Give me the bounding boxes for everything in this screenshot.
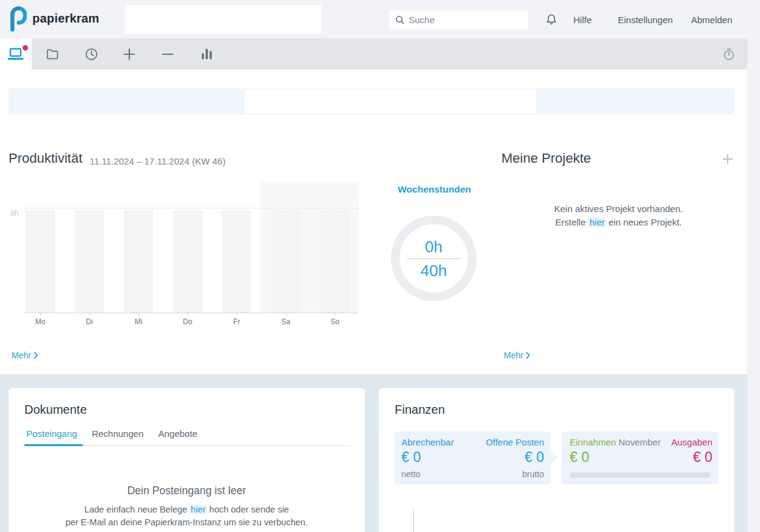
open-items-value: € 0 bbox=[525, 449, 544, 466]
chart-bar bbox=[124, 210, 153, 313]
nav-einstellungen[interactable]: Einstellungen bbox=[618, 15, 673, 25]
clock-icon[interactable] bbox=[85, 48, 98, 61]
productivity-bar-chart: 8h MoDiMiDoFrSaSo bbox=[24, 182, 359, 323]
expenses-value: € 0 bbox=[693, 449, 712, 466]
week-hours-values: 0h 40h bbox=[391, 216, 476, 301]
inbox-empty-line1-pre: Lade einfach neue Belege bbox=[84, 505, 187, 514]
chart-tick bbox=[40, 313, 41, 316]
projects-more-link[interactable]: Mehr bbox=[504, 350, 531, 360]
projects-empty-line1: Kein aktives Projekt vorhanden. bbox=[554, 204, 683, 214]
chart-tick bbox=[237, 313, 237, 316]
inbox-empty-line2: per E-Mail an deine Papierkram-Instanz u… bbox=[9, 517, 365, 527]
papierkram-logo-icon[interactable] bbox=[6, 5, 29, 33]
productivity-more-link[interactable]: Mehr bbox=[12, 350, 38, 360]
expenses-label: Ausgaben bbox=[671, 437, 712, 447]
income-expense-progress-bar bbox=[570, 472, 711, 478]
laptop-icon bbox=[7, 47, 24, 62]
income-expenses-panel: Einnahmen November Ausgaben € 0 € 0 bbox=[562, 431, 718, 484]
tab-rechnungen[interactable]: Rechnungen bbox=[90, 428, 145, 439]
folder-icon[interactable] bbox=[46, 48, 59, 61]
nav-abmelden[interactable]: Abmelden bbox=[691, 15, 733, 25]
notification-dot bbox=[23, 45, 28, 51]
chart-tick bbox=[286, 313, 287, 316]
income-label: Einnahmen bbox=[570, 437, 616, 447]
main-content: Produktivität 11.11.2024 – 17.11.2024 (K… bbox=[0, 69, 747, 374]
chart-axis-label: Do bbox=[176, 317, 200, 326]
inbox-empty-line1-post: hoch oder sende sie bbox=[209, 505, 289, 514]
chart-axis-label: Fr bbox=[224, 317, 249, 326]
create-project-link[interactable]: hier bbox=[588, 217, 606, 227]
bar-chart-icon[interactable] bbox=[200, 48, 213, 61]
chart-tick bbox=[335, 313, 335, 316]
search-box bbox=[389, 10, 528, 29]
tab-posteingang[interactable]: Posteingang bbox=[24, 428, 79, 439]
chart-bar bbox=[75, 210, 104, 313]
more-label: Mehr bbox=[504, 350, 523, 360]
income-value: € 0 bbox=[570, 449, 589, 466]
tab-angebote[interactable]: Angebote bbox=[156, 428, 199, 439]
chart-bar bbox=[320, 210, 350, 313]
chart-tick bbox=[90, 313, 90, 316]
chart-x-axis bbox=[24, 313, 359, 313]
chart-bar bbox=[222, 210, 251, 313]
gridline-8h bbox=[24, 208, 359, 208]
papierkram-dashboard: papierkram Hilfe Einstellungen Abmelden … bbox=[0, 0, 760, 532]
notifications-bell-icon[interactable] bbox=[545, 13, 557, 26]
chart-ylabel: 8h bbox=[10, 209, 18, 218]
inbox-empty-line1: Lade einfach neue Belege hier hoch oder … bbox=[9, 505, 365, 514]
finances-title: Finanzen bbox=[395, 403, 445, 417]
open-items-sub: brutto bbox=[522, 469, 544, 479]
main-toolbar bbox=[0, 38, 747, 69]
finance-chart-axis bbox=[413, 509, 414, 532]
chart-axis-label: So bbox=[323, 317, 347, 326]
stopwatch-icon[interactable] bbox=[722, 48, 736, 61]
upload-document-link[interactable]: hier bbox=[190, 505, 207, 514]
billable-sub: netto bbox=[401, 469, 420, 479]
productivity-date-range: 11.11.2024 – 17.11.2024 (KW 46) bbox=[90, 156, 226, 166]
chart-bar bbox=[173, 210, 203, 313]
open-items-label: Offene Posten bbox=[486, 437, 544, 447]
projects-empty-state: Kein aktives Projekt vorhanden. Erstelle… bbox=[501, 202, 736, 229]
chart-tick bbox=[138, 313, 139, 316]
chart-tick bbox=[188, 313, 188, 316]
chart-axis-label: Sa bbox=[274, 317, 298, 326]
billable-panel: Abrechenbar Offene Posten € 0 € 0 netto … bbox=[395, 431, 551, 484]
month-label: November bbox=[618, 437, 661, 447]
documents-card: Dokumente Posteingang Rechnungen Angebot… bbox=[9, 388, 365, 532]
bottom-section: Dokumente Posteingang Rechnungen Angebot… bbox=[0, 374, 747, 532]
chart-bar bbox=[271, 210, 301, 313]
top-header: papierkram Hilfe Einstellungen Abmelden bbox=[0, 0, 760, 38]
panel-arrow bbox=[543, 450, 557, 464]
projects-empty-line2-pre: Erstelle bbox=[555, 217, 586, 227]
week-hours-divider bbox=[407, 258, 461, 259]
header-placeholder-box bbox=[125, 5, 321, 34]
tab-dashboard[interactable] bbox=[0, 38, 32, 69]
active-tab-underline bbox=[24, 444, 83, 446]
chart-axis-label: Mi bbox=[126, 317, 151, 326]
brand-name[interactable]: papierkram bbox=[32, 12, 99, 26]
inbox-empty-title: Dein Posteingang ist leer bbox=[9, 484, 365, 497]
minus-icon[interactable] bbox=[161, 48, 174, 61]
search-input[interactable] bbox=[409, 10, 525, 29]
search-icon bbox=[395, 15, 405, 25]
week-hours-target: 40h bbox=[420, 261, 446, 280]
week-hours-current: 0h bbox=[425, 238, 443, 256]
add-project-plus-icon[interactable] bbox=[722, 153, 734, 165]
week-hours-title: Wochenstunden bbox=[398, 184, 471, 195]
chevron-right-icon bbox=[525, 352, 531, 359]
documents-tabs: Posteingang Rechnungen Angebote bbox=[24, 428, 199, 439]
documents-title: Dokumente bbox=[24, 403, 87, 417]
chart-axis-label: Di bbox=[77, 317, 102, 326]
banner-placeholder bbox=[245, 90, 536, 113]
billable-label: Abrechenbar bbox=[401, 437, 454, 447]
nav-hilfe[interactable]: Hilfe bbox=[573, 15, 592, 25]
more-label: Mehr bbox=[12, 350, 31, 360]
projects-empty-line2-post: ein neues Projekt. bbox=[609, 217, 682, 227]
chart-axis-label: Mo bbox=[28, 317, 52, 326]
productivity-title: Produktivität bbox=[9, 151, 82, 166]
chart-bar bbox=[26, 210, 55, 313]
plus-icon[interactable] bbox=[123, 48, 136, 61]
billable-value: € 0 bbox=[401, 449, 421, 466]
chevron-right-icon bbox=[33, 352, 38, 359]
info-banner bbox=[9, 88, 734, 115]
